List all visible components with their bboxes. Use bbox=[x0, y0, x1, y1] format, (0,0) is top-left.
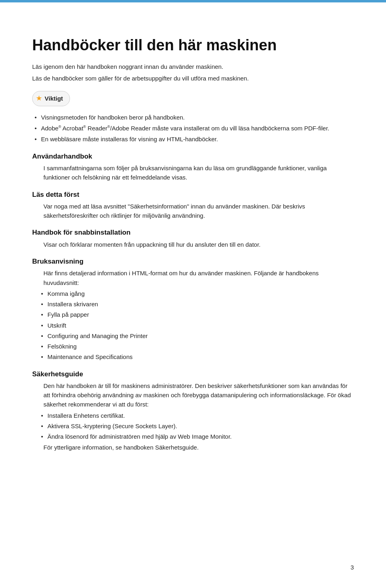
section-sakerhetsguide: Säkerhetsguide Den här handboken är till… bbox=[32, 369, 354, 452]
top-border bbox=[0, 0, 386, 2]
sub-item-installera: Installera skrivaren bbox=[32, 299, 354, 309]
sakerhetsguide-footer: För ytterligare information, se handboke… bbox=[32, 443, 354, 452]
section-snabbinstallation: Handbok för snabbinstallation Visar och … bbox=[32, 227, 354, 249]
important-label: Viktigt bbox=[45, 94, 63, 103]
bruksanvisning-list: Komma igång Installera skrivaren Fylla p… bbox=[32, 289, 354, 362]
page: Handböcker till den här maskinen Läs ige… bbox=[0, 0, 386, 588]
sub-item-fylla: Fylla på papper bbox=[32, 310, 354, 319]
section-heading-2: Läs detta först bbox=[32, 190, 354, 200]
important-box: ★ Viktigt bbox=[32, 91, 70, 106]
section-body-2: Var noga med att läsa avsnittet "Säkerhe… bbox=[32, 202, 354, 221]
section-anvandarhandbok: Användarhandbok I sammanfattningarna som… bbox=[32, 151, 354, 182]
important-item-2: Adobe® Acrobat® Reader®/Adobe Reader mås… bbox=[32, 124, 354, 133]
section-heading-5: Säkerhetsguide bbox=[32, 369, 354, 380]
important-item-1: Visningsmetoden för handboken beror på h… bbox=[32, 113, 354, 122]
page-number: 3 bbox=[351, 563, 354, 572]
adobe-text: Adobe® Acrobat® Reader®/Adobe Reader mås… bbox=[41, 125, 329, 132]
reg-2: ® bbox=[83, 125, 86, 129]
reg-1: ® bbox=[58, 125, 61, 129]
sub-item-ssl: Aktivera SSL-kryptering (Secure Sockets … bbox=[32, 421, 354, 431]
sub-item-configuring: Configuring and Managing the Printer bbox=[32, 331, 354, 340]
page-title: Handböcker till den här maskinen bbox=[32, 36, 354, 55]
section-body-3: Visar och förklarar momenten från uppack… bbox=[32, 240, 354, 249]
subtitle-1: Läs igenom den här handboken noggrant in… bbox=[32, 62, 354, 71]
star-icon: ★ bbox=[36, 93, 42, 104]
section-heading-4: Bruksanvisning bbox=[32, 256, 354, 267]
sub-item-felsökning: Felsökning bbox=[32, 342, 354, 351]
section-body-4: Här finns detaljerad information i HTML-… bbox=[32, 268, 354, 287]
sub-item-utskrift: Utskrift bbox=[32, 321, 354, 330]
important-list: Visningsmetoden för handboken beror på h… bbox=[32, 113, 354, 144]
section-body-1: I sammanfattningarna som följer på bruks… bbox=[32, 163, 354, 182]
section-bruksanvisning: Bruksanvisning Här finns detaljerad info… bbox=[32, 256, 354, 362]
subtitle-2: Läs de handböcker som gäller för de arbe… bbox=[32, 74, 354, 83]
sub-item-komma: Komma igång bbox=[32, 289, 354, 298]
important-item-3: En webbläsare måste installeras för visn… bbox=[32, 134, 354, 144]
section-heading-1: Användarhandbok bbox=[32, 151, 354, 162]
sub-item-losenord: Ändra lösenord för administratören med h… bbox=[32, 432, 354, 441]
section-body-5: Den här handboken är till för maskinens … bbox=[32, 381, 354, 409]
important-item-3-text: En webbläsare måste installeras för visn… bbox=[41, 136, 218, 142]
important-item-1-text: Visningsmetoden för handboken beror på h… bbox=[41, 114, 185, 121]
sub-item-certifikat: Installera Enhetens certifikat. bbox=[32, 411, 354, 420]
section-las-detta: Läs detta först Var noga med att läsa av… bbox=[32, 190, 354, 221]
sakerhetsguide-list: Installera Enhetens certifikat. Aktivera… bbox=[32, 411, 354, 442]
reg-3: ® bbox=[107, 125, 110, 129]
sub-item-maintenance: Maintenance and Specifications bbox=[32, 352, 354, 361]
section-heading-3: Handbok för snabbinstallation bbox=[32, 227, 354, 238]
